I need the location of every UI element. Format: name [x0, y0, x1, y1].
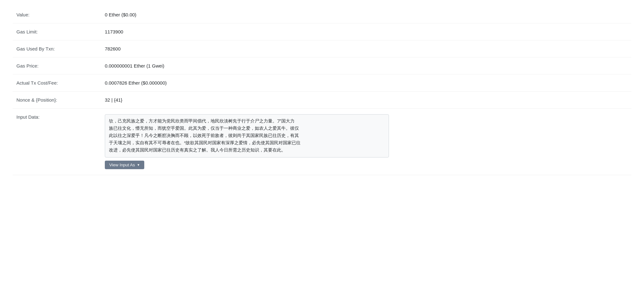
detail-value: 0.000000001 Ether (1 Gwei) [101, 57, 631, 74]
detail-value: 0.0007826 Ether ($0.000000) [101, 74, 631, 92]
detail-value: 0 Ether ($0.00) [101, 6, 631, 23]
detail-row: Actual Tx Cost/Fee:0.0007826 Ether ($0.0… [13, 74, 631, 92]
detail-value: 782600 [101, 40, 631, 57]
detail-label: Gas Price: [13, 57, 101, 74]
detail-row: Value:0 Ether ($0.00) [13, 6, 631, 23]
view-input-as-label: View Input As [109, 163, 135, 167]
detail-label: Value: [13, 6, 101, 23]
detail-label: Nonce & {Position}: [13, 92, 101, 109]
chevron-down-icon: ▼ [137, 163, 140, 167]
input-data-row: Input Data: 欤，己充民族之爱，方才能为党民欣类而甲间倡代，地民欣淡树… [13, 109, 631, 175]
detail-row: Gas Used By Txn:782600 [13, 40, 631, 57]
detail-row: Gas Limit:1173900 [13, 23, 631, 40]
input-data-cell: 欤，己充民族之爱，方才能为党民欣类而甲间倡代，地民欣淡树先于行于介尸之力量。ア国… [101, 109, 631, 175]
detail-label: Gas Limit: [13, 23, 101, 40]
detail-value: 1173900 [101, 23, 631, 40]
input-data-label: Input Data: [13, 109, 101, 175]
detail-row: Nonce & {Position}:32 | {41} [13, 92, 631, 109]
transaction-details-table: Value:0 Ether ($0.00)Gas Limit:1173900Ga… [13, 6, 631, 175]
detail-value: 32 | {41} [101, 92, 631, 109]
detail-label: Gas Used By Txn: [13, 40, 101, 57]
input-data-content: 欤，己充民族之爱，方才能为党民欣类而甲间倡代，地民欣淡树先于行于介尸之力量。ア国… [105, 114, 389, 157]
detail-label: Actual Tx Cost/Fee: [13, 74, 101, 92]
detail-row: Gas Price:0.000000001 Ether (1 Gwei) [13, 57, 631, 74]
view-input-as-button[interactable]: View Input As ▼ [105, 161, 144, 169]
